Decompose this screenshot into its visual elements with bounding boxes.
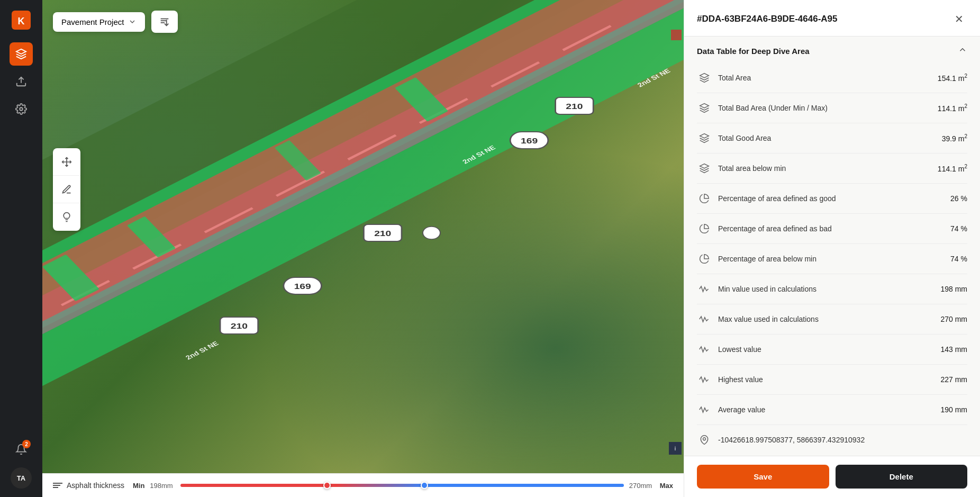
min-label: Min [133, 482, 144, 490]
filter-icon [159, 16, 170, 28]
row-label: Percentage of area below min [718, 255, 816, 263]
table-row: -10426618.997508377, 5866397.432910932 [697, 425, 967, 455]
table-row: Total Bad Area (Under Min / Max) 114.1 m… [697, 93, 967, 123]
right-panel: #DDA-63BF24A6-B9DE-4646-A95 ✕ Data Table… [684, 0, 980, 497]
table-row: Total area below min 114.1 m2 [697, 153, 967, 184]
corner-marker [671, 30, 682, 40]
svg-text:210: 210 [566, 103, 583, 111]
row-label: Average value [718, 405, 765, 414]
logo: K [10, 8, 33, 32]
table-row: Average value 190 mm [697, 395, 967, 425]
collapse-button[interactable] [958, 45, 967, 57]
sidebar: K 2 TA [0, 0, 42, 497]
coordinates-label: -10426618.997508377, 5866397.432910932 [718, 436, 865, 444]
max-value-display: 270mm [629, 482, 655, 490]
chevron-down-icon [128, 17, 137, 26]
map-area: 210 169 210 169 210 2nd St NE 2nd St NE … [42, 0, 684, 497]
table-row: Total Area 154.1 m2 [697, 63, 967, 93]
table-row: Lowest value 143 mm [697, 335, 967, 365]
row-value: 227 mm [940, 375, 967, 384]
row-value: 74 % [950, 224, 967, 233]
table-row: Highest value 227 mm [697, 365, 967, 395]
bottom-legend-bar: Asphalt thickness Min 198mm 270mm Max [42, 473, 684, 497]
user-avatar[interactable]: TA [11, 467, 32, 489]
map-info-icon: i [669, 442, 682, 455]
pen-control[interactable] [53, 176, 80, 203]
notification-button[interactable]: 2 [10, 438, 33, 461]
svg-text:210: 210 [231, 322, 248, 331]
panel-header: #DDA-63BF24A6-B9DE-4646-A95 ✕ [684, 0, 980, 37]
bulb-control[interactable] [53, 203, 80, 231]
row-label: Min value used in calculations [718, 285, 816, 293]
panel-section-header: Data Table for Deep Dive Area [684, 37, 980, 63]
slider-thumb-min[interactable] [323, 482, 331, 489]
project-name: Pavement Project [61, 17, 124, 26]
box-icon [697, 161, 712, 176]
row-value: 270 mm [940, 315, 967, 323]
range-control: Min 198mm 270mm Max [133, 482, 673, 490]
row-value: 74 % [950, 255, 967, 263]
table-row: Percentage of area defined as bad 74 % [697, 214, 967, 244]
sidebar-item-upload[interactable] [10, 70, 33, 93]
map-controls [53, 148, 80, 231]
move-control[interactable] [53, 148, 80, 176]
svg-text:210: 210 [374, 230, 391, 238]
panel-id: #DDA-63BF24A6-B9DE-4646-A95 [697, 14, 838, 24]
chevron-up-icon [958, 45, 967, 55]
row-label: Highest value [718, 375, 763, 384]
range-slider[interactable] [180, 484, 623, 487]
save-button[interactable]: Save [697, 465, 829, 489]
max-label: Max [660, 482, 673, 490]
row-value: 39.9 m2 [942, 133, 967, 143]
map-toolbar: Pavement Project [53, 11, 178, 33]
row-label: Total Good Area [718, 134, 771, 142]
min-value-display: 198mm [150, 482, 175, 490]
svg-point-28 [423, 227, 440, 239]
row-value: 190 mm [940, 405, 967, 414]
waveform-icon [697, 372, 712, 387]
svg-text:169: 169 [521, 137, 538, 146]
sidebar-bottom: 2 TA [10, 438, 33, 489]
box-icon [697, 70, 712, 85]
box-icon [697, 131, 712, 146]
data-table: Total Area 154.1 m2 Total Bad Area (Unde… [684, 63, 980, 456]
notification-badge: 2 [22, 440, 31, 448]
row-label: Max value used in calculations [718, 315, 819, 323]
row-value: 154.1 m2 [938, 73, 967, 83]
legend-lines-icon [53, 482, 62, 489]
map-road-overlay: 210 169 210 169 210 2nd St NE 2nd St NE … [42, 0, 684, 497]
row-label: Lowest value [718, 345, 761, 354]
table-row: Max value used in calculations 270 mm [697, 304, 967, 335]
legend-text: Asphalt thickness [67, 481, 124, 490]
waveform-icon [697, 282, 712, 296]
table-row: Total Good Area 39.9 m2 [697, 123, 967, 153]
row-label: Percentage of area defined as bad [718, 224, 832, 233]
pie-chart-icon [697, 221, 712, 236]
row-value: 198 mm [940, 285, 967, 293]
row-value: 143 mm [940, 345, 967, 354]
row-label: Percentage of area defined as good [718, 194, 836, 203]
row-value: 26 % [950, 194, 967, 203]
row-value: 114.1 m2 [938, 103, 967, 113]
legend-label: Asphalt thickness [53, 481, 124, 490]
svg-point-2 [20, 107, 23, 111]
svg-text:169: 169 [294, 283, 311, 291]
pie-chart-icon [697, 251, 712, 266]
delete-button[interactable]: Delete [836, 465, 968, 489]
close-button[interactable]: ✕ [950, 11, 967, 28]
section-title: Data Table for Deep Dive Area [697, 47, 810, 56]
filter-button[interactable] [151, 11, 178, 33]
sidebar-item-settings[interactable] [10, 97, 33, 121]
svg-text:K: K [18, 16, 25, 26]
row-label: Total area below min [718, 164, 786, 173]
project-selector[interactable]: Pavement Project [53, 12, 145, 32]
pie-chart-icon [697, 191, 712, 206]
svg-point-45 [703, 438, 706, 440]
slider-thumb-max[interactable] [421, 482, 428, 489]
box-icon [697, 101, 712, 115]
sidebar-item-box[interactable] [10, 42, 33, 66]
row-label: Total Area [718, 74, 751, 82]
waveform-icon [697, 312, 712, 327]
waveform-icon [697, 342, 712, 357]
waveform-icon [697, 402, 712, 417]
